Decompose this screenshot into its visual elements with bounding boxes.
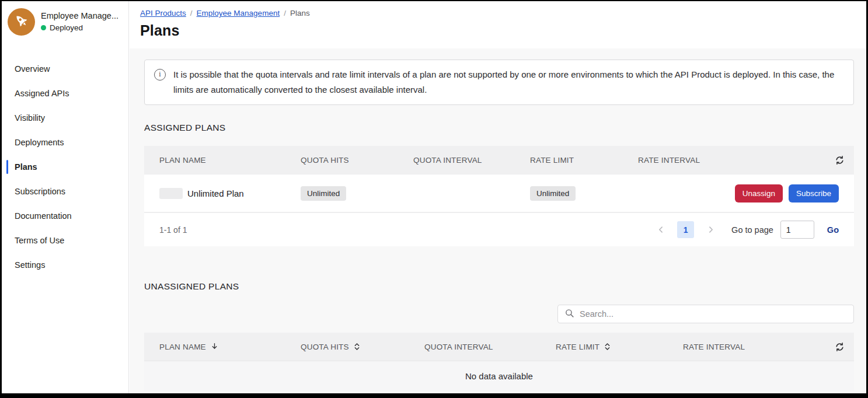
chevron-left-icon[interactable] <box>653 222 669 238</box>
status-label: Deployed <box>50 23 83 32</box>
search-box <box>557 305 854 323</box>
product-header: Employee Manage... Deployed <box>2 1 128 43</box>
plan-name: Unlimited Plan <box>187 188 244 198</box>
search-input[interactable] <box>580 309 853 319</box>
column-header-rate-interval: RATE INTERVAL <box>683 343 821 351</box>
go-to-page-input[interactable] <box>780 221 814 239</box>
main-content: i It is possible that the quota interval… <box>130 48 866 393</box>
sidebar-item-label: Plans <box>15 162 37 172</box>
sidebar-item-terms-of-use[interactable]: Terms of Use <box>2 228 128 253</box>
column-header-quota-interval: QUOTA INTERVAL <box>424 343 556 351</box>
sidebar-nav: Overview Assigned APIs Visibility Deploy… <box>2 57 128 277</box>
sidebar-item-deployments[interactable]: Deployments <box>2 130 128 155</box>
page-header: API Products / Employee Management / Pla… <box>130 1 866 48</box>
subscribe-button[interactable]: Subscribe <box>789 184 839 203</box>
assigned-plans-table: PLAN NAME QUOTA HITS QUOTA INTERVAL RATE… <box>144 146 854 246</box>
refresh-icon[interactable] <box>835 342 845 352</box>
info-banner: i It is possible that the quota interval… <box>144 60 854 105</box>
product-logo <box>8 8 35 36</box>
info-banner-text: It is possible that the quota intervals … <box>173 67 844 97</box>
column-label: QUOTA HITS <box>301 343 349 351</box>
column-header-rate-limit: RATE LIMIT <box>530 156 638 165</box>
unassigned-plans-table: PLAN NAME QUOTA HITS QUOTA INTERVAL RATE… <box>144 333 854 391</box>
unassign-button[interactable]: Unassign <box>735 184 783 203</box>
rocket-icon <box>13 13 30 32</box>
column-header-quota-hits[interactable]: QUOTA HITS <box>301 343 424 351</box>
app-window: Employee Manage... Deployed Overview Ass… <box>0 0 868 398</box>
sidebar-item-plans[interactable]: Plans <box>2 155 128 179</box>
rate-limit-cell: Unlimited <box>530 186 638 201</box>
table-row: Unlimited Plan Unlimited Unlimited Unass… <box>144 174 854 212</box>
status-dot-icon <box>41 25 46 30</box>
column-label: RATE LIMIT <box>556 343 599 351</box>
column-header-quota-interval: QUOTA INTERVAL <box>413 156 530 165</box>
product-meta: Employee Manage... Deployed <box>41 8 118 32</box>
product-name: Employee Manage... <box>41 11 118 22</box>
sidebar: Employee Manage... Deployed Overview Ass… <box>2 1 129 393</box>
go-button[interactable]: Go <box>827 225 839 235</box>
row-actions: Unassign Subscribe <box>735 184 839 203</box>
assigned-table-header: PLAN NAME QUOTA HITS QUOTA INTERVAL RATE… <box>144 146 854 174</box>
rate-limit-badge: Unlimited <box>530 186 576 201</box>
sort-descending-icon <box>211 342 218 352</box>
column-header-plan-name: PLAN NAME <box>159 156 301 165</box>
page-title: Plans <box>140 22 866 39</box>
sidebar-item-settings[interactable]: Settings <box>2 253 128 277</box>
unassigned-plans-title: UNASSIGNED PLANS <box>144 281 854 292</box>
pagination: 1-1 of 1 1 Go to page Go <box>144 212 854 246</box>
breadcrumb: API Products / Employee Management / Pla… <box>140 9 866 18</box>
pagination-controls: 1 Go to page Go <box>653 221 839 239</box>
sidebar-item-label: Overview <box>15 64 50 74</box>
search-row <box>144 305 854 323</box>
plan-name-cell: Unlimited Plan <box>159 188 301 199</box>
refresh-icon[interactable] <box>835 155 845 165</box>
unassigned-table-header: PLAN NAME QUOTA HITS QUOTA INTERVAL RATE… <box>144 333 854 361</box>
chevron-right-icon[interactable] <box>702 222 719 238</box>
search-icon <box>564 308 574 320</box>
breadcrumb-separator: / <box>190 9 193 18</box>
sidebar-item-label: Deployments <box>15 138 64 147</box>
sidebar-item-label: Visibility <box>15 113 45 123</box>
info-icon: i <box>154 69 166 81</box>
column-header-rate-interval: RATE INTERVAL <box>638 156 821 165</box>
column-header-quota-hits: QUOTA HITS <box>301 156 413 165</box>
sidebar-item-label: Subscriptions <box>15 187 65 196</box>
quota-hits-cell: Unlimited <box>301 186 413 201</box>
breadcrumb-current: Plans <box>290 9 310 18</box>
sidebar-item-overview[interactable]: Overview <box>2 57 128 81</box>
pagination-range: 1-1 of 1 <box>159 225 187 235</box>
redacted-text <box>159 188 183 199</box>
column-header-plan-name[interactable]: PLAN NAME <box>159 342 301 352</box>
sort-both-icon <box>354 343 360 351</box>
sidebar-item-label: Documentation <box>15 211 72 221</box>
breadcrumb-link-api-products[interactable]: API Products <box>140 9 186 18</box>
deployment-status: Deployed <box>41 23 118 32</box>
sidebar-item-visibility[interactable]: Visibility <box>2 106 128 130</box>
breadcrumb-link-employee-management[interactable]: Employee Management <box>197 9 280 18</box>
quota-hits-badge: Unlimited <box>301 186 346 201</box>
sidebar-item-assigned-apis[interactable]: Assigned APIs <box>2 81 128 106</box>
column-header-rate-limit[interactable]: RATE LIMIT <box>556 343 683 351</box>
sidebar-item-label: Assigned APIs <box>15 89 69 98</box>
sidebar-item-documentation[interactable]: Documentation <box>2 204 128 228</box>
page-number-button[interactable]: 1 <box>677 221 694 238</box>
sort-both-icon <box>604 343 611 351</box>
sidebar-item-label: Terms of Use <box>15 236 64 245</box>
assigned-plans-title: ASSIGNED PLANS <box>144 123 854 133</box>
go-to-page-label: Go to page <box>731 225 773 235</box>
breadcrumb-separator: / <box>284 9 286 18</box>
column-label: PLAN NAME <box>159 343 206 351</box>
sidebar-item-label: Settings <box>15 260 45 270</box>
empty-state: No data available <box>144 361 854 391</box>
sidebar-item-subscriptions[interactable]: Subscriptions <box>2 179 128 204</box>
